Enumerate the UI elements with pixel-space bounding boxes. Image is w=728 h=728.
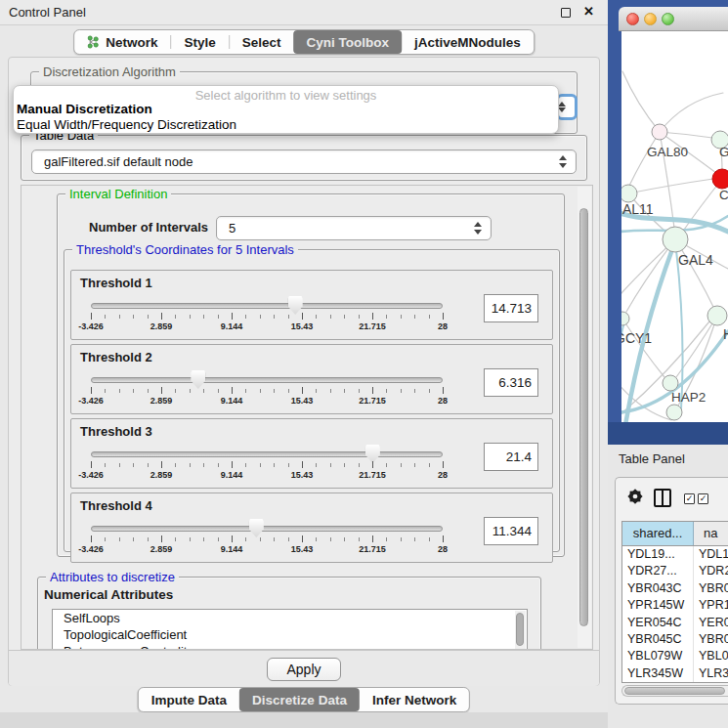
network-node-label: GAL80 [647, 145, 688, 159]
network-window-titlebar[interactable] [619, 7, 728, 31]
network-node[interactable] [663, 375, 678, 391]
algorithm-combo-button[interactable] [556, 94, 578, 120]
network-node[interactable] [712, 169, 728, 189]
tab-discretize-data[interactable]: Discretize Data [239, 688, 360, 711]
tick-mark [175, 389, 176, 393]
dropdown-option[interactable]: Equal Width/Frequency Discretization [14, 117, 558, 133]
tick-mark [161, 461, 162, 468]
table-row[interactable]: YBR045CYBR0 [622, 631, 728, 648]
tab-network[interactable]: Network [74, 30, 170, 54]
threshold-value-field[interactable]: 21.4 [484, 443, 538, 471]
scrollbar-thumb[interactable] [624, 687, 725, 695]
threshold-slider[interactable]: -3.4262.8599.14415.4321.71528 [85, 368, 449, 411]
table-row[interactable]: YDR27...YDR2 [622, 563, 728, 579]
network-node[interactable] [707, 306, 727, 325]
network-node[interactable] [652, 124, 667, 140]
threshold-slider[interactable]: -3.4262.8599.14415.4321.71528 [85, 443, 449, 486]
column-header-name[interactable]: na [694, 522, 728, 545]
close-icon[interactable]: ✕ [583, 4, 594, 19]
table-data-value: galFiltered.sif default node [44, 154, 193, 169]
table-row[interactable]: YPR145WYPR1 [622, 597, 728, 614]
zoom-traffic-light-icon[interactable] [662, 13, 674, 25]
tab-cyni-toolbox[interactable]: Cyni Toolbox [294, 30, 403, 54]
attribute-list-item[interactable]: TopologicalCoefficient [53, 626, 527, 643]
tick-label: 15.43 [291, 470, 314, 480]
threshold-value-field[interactable]: 14.713 [484, 294, 538, 322]
table-cell: YDR2 [694, 563, 728, 579]
tick-mark [232, 461, 233, 468]
tick-mark [91, 535, 92, 542]
tick-mark [232, 313, 233, 320]
network-node[interactable] [621, 185, 637, 202]
minimize-traffic-light-icon[interactable] [644, 13, 657, 25]
table-row[interactable]: YIL053CYIL0 [622, 682, 728, 683]
table-row[interactable]: YBR043CYBR0 [622, 580, 728, 597]
table-row[interactable]: YBL079WYBL0 [622, 648, 728, 664]
network-window-shadow [608, 422, 728, 445]
tick-mark [91, 313, 92, 320]
threshold-label: Threshold 4 [80, 498, 152, 513]
network-canvas[interactable]: GAL80GACGAL11GAL4GCY1HHAP2 [621, 31, 728, 422]
tick-mark [203, 463, 204, 467]
numerical-attributes-list[interactable]: SelfLoopsTopologicalCoefficientBetweenne… [52, 609, 528, 650]
tick-mark [190, 463, 191, 467]
bottom-strip [0, 712, 608, 728]
tick-mark [401, 463, 402, 467]
panel-title: Control Panel [9, 5, 86, 20]
tick-mark [274, 389, 275, 393]
number-of-intervals-spinner[interactable]: 5 [216, 216, 492, 240]
close-traffic-light-icon[interactable] [626, 13, 639, 25]
tick-label: 28 [438, 396, 448, 406]
tick-mark [372, 535, 373, 542]
table-row[interactable]: YLR345WYLR3 [622, 665, 728, 682]
tick-mark [401, 315, 402, 319]
threshold-value-field[interactable]: 6.316 [484, 368, 538, 397]
gear-icon[interactable] [626, 488, 644, 505]
tab-jactivemnodules[interactable]: jActiveMNodules [402, 30, 534, 54]
table-cell: YIL0 [694, 682, 728, 683]
tick-label: 21.715 [359, 396, 386, 406]
settings-scrollbar[interactable] [578, 187, 591, 648]
table-row[interactable]: YER054CYER0 [622, 615, 728, 631]
tick-label: -3.426 [78, 544, 104, 554]
attribute-list-item[interactable]: SelfLoops [53, 610, 527, 626]
threshold-value-field[interactable]: 11.344 [484, 517, 538, 545]
network-node[interactable] [663, 227, 688, 252]
tick-mark [316, 537, 317, 541]
table-data-select[interactable]: galFiltered.sif default node [31, 150, 577, 174]
table-horizontal-scrollbar[interactable] [621, 685, 728, 697]
scrollbar-thumb[interactable] [579, 208, 588, 626]
tick-label: -3.426 [78, 470, 104, 480]
tab-impute-data[interactable]: Impute Data [139, 688, 239, 711]
table-cell: YER054C [622, 615, 694, 631]
dropdown-option[interactable]: Manual Discretization [14, 102, 558, 117]
table-row[interactable]: YDL19...YDL1 [622, 546, 728, 563]
table-data-group: Table Data galFiltered.sif default node [21, 135, 587, 181]
top-tabbar: NetworkStyleSelectCyni ToolboxjActiveMNo… [73, 29, 535, 55]
checkbox-icon[interactable]: ✓ [684, 493, 695, 504]
network-node[interactable] [621, 312, 629, 325]
checkbox-icon[interactable]: ✓ [698, 493, 708, 504]
threshold-slider[interactable]: -3.4262.8599.14415.4321.71528 [85, 517, 449, 560]
tick-mark [190, 537, 191, 541]
network-node[interactable] [666, 405, 682, 420]
table-cell: YDL1 [694, 546, 728, 563]
tab-infer-network[interactable]: Infer Network [360, 688, 469, 711]
scrollbar-thumb[interactable] [516, 613, 524, 646]
tab-select[interactable]: Select [230, 30, 294, 54]
attribute-list-item[interactable]: BetweennessCentrality [53, 643, 527, 650]
split-panel-icon[interactable] [654, 489, 671, 507]
tick-mark [414, 389, 415, 393]
apply-button[interactable]: Apply [267, 658, 341, 681]
settings-scrollpane: Interval Definition Number of Intervals … [21, 185, 593, 650]
tab-style[interactable]: Style [171, 30, 228, 54]
tick-mark [119, 315, 120, 319]
tick-mark [359, 537, 360, 541]
column-header-shared-name[interactable]: shared... [622, 522, 694, 545]
network-icon [87, 35, 100, 49]
attributes-list-scrollbar[interactable] [515, 611, 526, 650]
threshold-slider[interactable]: -3.4262.8599.14415.4321.71528 [85, 294, 449, 337]
tick-mark [288, 315, 289, 319]
float-window-icon[interactable] [561, 8, 571, 18]
threshold-box: Threshold 3-3.4262.8599.14415.4321.71528… [70, 418, 553, 489]
